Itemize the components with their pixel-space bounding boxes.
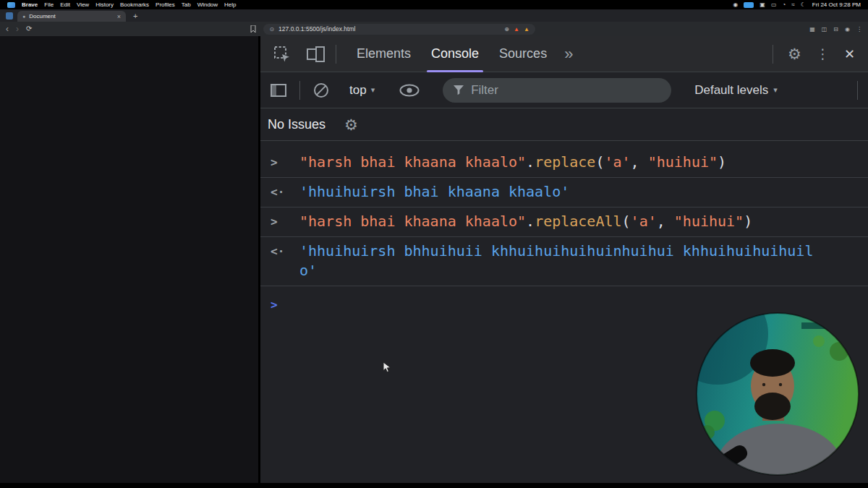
menubar-item-window[interactable]: Window bbox=[197, 1, 218, 8]
console-result-2: 'hhuihuirsh bhhuihuii khhuihuihuihuinhui… bbox=[299, 241, 817, 281]
console-toolbar: top ▾ bbox=[260, 72, 868, 108]
close-devtools-button[interactable]: ✕ bbox=[844, 48, 855, 61]
devtools-settings-button[interactable]: ⚙ bbox=[788, 46, 801, 61]
menubar-item-file[interactable]: File bbox=[44, 1, 54, 8]
device-toolbar-button[interactable] bbox=[307, 46, 326, 62]
comma: , bbox=[631, 153, 648, 171]
console-result-1: 'hhuihuirsh bhai khaana khaalo' bbox=[299, 182, 817, 202]
console-result-arrow-icon: <· bbox=[271, 182, 289, 202]
log-levels-label: Default levels bbox=[694, 83, 768, 98]
zoom-icon[interactable]: ⊕ bbox=[504, 26, 509, 33]
string-arg: 'a' bbox=[604, 153, 630, 171]
filter-funnel-icon bbox=[453, 85, 464, 95]
devtools-menu-button[interactable]: ⋮ bbox=[816, 47, 830, 61]
new-tab-button[interactable]: + bbox=[133, 12, 137, 20]
console-input-chevron-icon: > bbox=[271, 212, 289, 231]
paren: ( bbox=[595, 153, 604, 171]
toggle-sidebar-button[interactable] bbox=[271, 84, 286, 97]
url-text[interactable]: 127.0.0.1:5500/js/index.html bbox=[278, 25, 500, 33]
chevron-down-icon: ▾ bbox=[371, 85, 375, 95]
method-name: replace bbox=[535, 153, 595, 171]
menubar-item-tab[interactable]: Tab bbox=[182, 1, 191, 8]
filter-field[interactable] bbox=[443, 78, 671, 103]
battery-icon[interactable]: ▭ bbox=[771, 1, 777, 8]
string-literal: "harsh bhai khaana khaalo" bbox=[299, 213, 526, 230]
profile-icon[interactable]: ◉ bbox=[845, 26, 850, 33]
console-prompt-chevron-icon: > bbox=[271, 295, 289, 314]
more-tabs-button[interactable]: » bbox=[564, 45, 573, 64]
camera-indicator-icon[interactable] bbox=[744, 2, 754, 8]
clear-console-button[interactable] bbox=[313, 82, 329, 98]
console-settings-button[interactable]: ⚙ bbox=[344, 117, 358, 132]
result-string: 'hhuihuirsh bhai khaana khaalo' bbox=[299, 183, 569, 200]
split-view-icon[interactable]: ◫ bbox=[822, 26, 827, 33]
console-entry-result-1[interactable]: <· 'hhuihuirsh bhai khaana khaalo' bbox=[260, 178, 868, 207]
tab-sources[interactable]: Sources bbox=[489, 36, 557, 72]
url-field[interactable]: ⊙ 127.0.0.1:5500/js/index.html ⊕ ▲ ▲ bbox=[263, 24, 535, 35]
console-result-arrow-icon: <· bbox=[271, 241, 289, 261]
log-levels-dropdown[interactable]: Default levels ▾ bbox=[694, 83, 778, 98]
wifi-icon[interactable]: ≈ bbox=[791, 1, 794, 8]
address-bar: ‹ › ⟳ ⊙ 127.0.0.1:5500/js/index.html ⊕ ▲… bbox=[0, 22, 868, 36]
method-name: replaceAll bbox=[535, 213, 621, 230]
context-selector[interactable]: top ▾ bbox=[349, 83, 375, 98]
issues-row: No Issues ⚙ bbox=[260, 108, 868, 141]
console-entry-result-2[interactable]: <· 'hhuihuirsh bhhuihuii khhuihuihuihuin… bbox=[260, 237, 868, 286]
back-button[interactable]: ‹ bbox=[6, 25, 9, 33]
screen: Brave File Edit View History Bookmarks P… bbox=[0, 0, 868, 488]
menubar-item-history[interactable]: History bbox=[95, 1, 114, 8]
brave-shield-icon[interactable]: ▲ bbox=[514, 26, 519, 33]
live-expression-button[interactable] bbox=[399, 84, 420, 97]
page-viewport[interactable] bbox=[0, 36, 258, 483]
tab-close-icon[interactable]: × bbox=[117, 13, 121, 20]
context-label: top bbox=[349, 83, 367, 98]
console-input-chevron-icon: > bbox=[271, 153, 289, 172]
bookmark-icon[interactable] bbox=[250, 22, 256, 35]
dot-operator: . bbox=[526, 213, 535, 230]
inspect-element-button[interactable] bbox=[273, 46, 291, 63]
string-arg: "huihui" bbox=[648, 153, 718, 171]
macos-menu-bar: Brave File Edit View History Bookmarks P… bbox=[0, 0, 868, 9]
profile-badge-icon[interactable] bbox=[6, 12, 13, 20]
paren: ) bbox=[718, 153, 726, 171]
control-center-icon[interactable]: ◔ bbox=[782, 1, 786, 8]
menubar-item-profiles[interactable]: Profiles bbox=[156, 1, 175, 8]
display-icon[interactable]: ▣ bbox=[760, 1, 765, 8]
menubar-item-edit[interactable]: Edit bbox=[60, 1, 70, 8]
console-entry-input-2[interactable]: > "harsh bhai khaana khaalo".replaceAll(… bbox=[260, 207, 868, 237]
console-expression-2: "harsh bhai khaana khaalo".replaceAll('a… bbox=[299, 212, 817, 231]
menubar-item-view[interactable]: View bbox=[77, 1, 89, 8]
tab-favicon: ● bbox=[22, 14, 25, 19]
menubar-item-brave[interactable]: Brave bbox=[22, 1, 38, 8]
screen-mirroring-icon[interactable]: ◉ bbox=[733, 1, 738, 8]
apple-menu-icon[interactable] bbox=[7, 2, 15, 8]
devtools-tab-bar: Elements Console Sources » ⚙ ⋮ ✕ bbox=[260, 36, 868, 72]
forward-button[interactable]: › bbox=[16, 25, 19, 33]
paren: ( bbox=[622, 213, 631, 230]
warning-icon[interactable]: ▲ bbox=[524, 26, 529, 33]
console-entry-input-1[interactable]: > "harsh bhai khaana khaalo".replace('a'… bbox=[260, 148, 868, 178]
focus-mode-icon[interactable]: ☾ bbox=[801, 1, 806, 8]
browser-menu-icon[interactable]: ⋮ bbox=[856, 26, 862, 33]
tab-console[interactable]: Console bbox=[421, 36, 489, 72]
dot-operator: . bbox=[526, 153, 535, 171]
comma: , bbox=[657, 213, 674, 230]
issues-counter[interactable]: No Issues bbox=[268, 117, 326, 132]
browser-tab-document[interactable]: ● Document × bbox=[17, 11, 126, 22]
tab-elements[interactable]: Elements bbox=[346, 36, 421, 72]
string-arg: 'a' bbox=[631, 213, 657, 230]
reading-mode-icon[interactable]: ▦ bbox=[809, 26, 815, 33]
tab-title: Document bbox=[29, 13, 114, 20]
menubar-clock[interactable]: Fri 24 Oct 9:28 PM bbox=[812, 1, 861, 8]
browser-tab-strip: ● Document × + bbox=[0, 9, 868, 22]
filter-input[interactable] bbox=[471, 83, 661, 98]
menubar-item-bookmarks[interactable]: Bookmarks bbox=[120, 1, 149, 8]
mouse-cursor bbox=[383, 361, 393, 376]
result-string: 'hhuihuirsh bhhuihuii khhuihuihuihuinhui… bbox=[299, 242, 813, 279]
site-info-icon[interactable]: ⊙ bbox=[269, 26, 274, 33]
chevron-down-icon: ▾ bbox=[773, 85, 778, 95]
reload-button[interactable]: ⟳ bbox=[26, 25, 32, 33]
string-literal: "harsh bhai khaana khaalo" bbox=[299, 153, 526, 171]
downloads-icon[interactable]: ⊟ bbox=[833, 26, 838, 33]
menubar-item-help[interactable]: Help bbox=[224, 1, 236, 8]
